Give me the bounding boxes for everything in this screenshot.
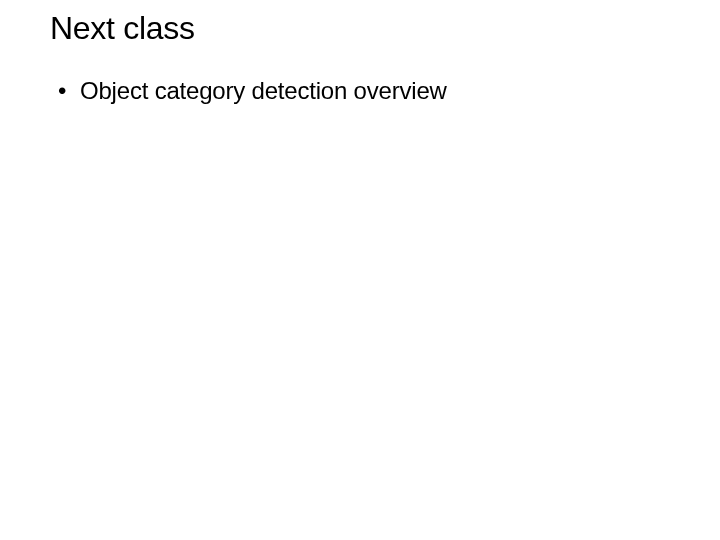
list-item: Object category detection overview: [70, 75, 670, 107]
bullet-list: Object category detection overview: [50, 75, 670, 107]
slide-title: Next class: [50, 10, 670, 47]
slide: Next class Object category detection ove…: [0, 0, 720, 540]
